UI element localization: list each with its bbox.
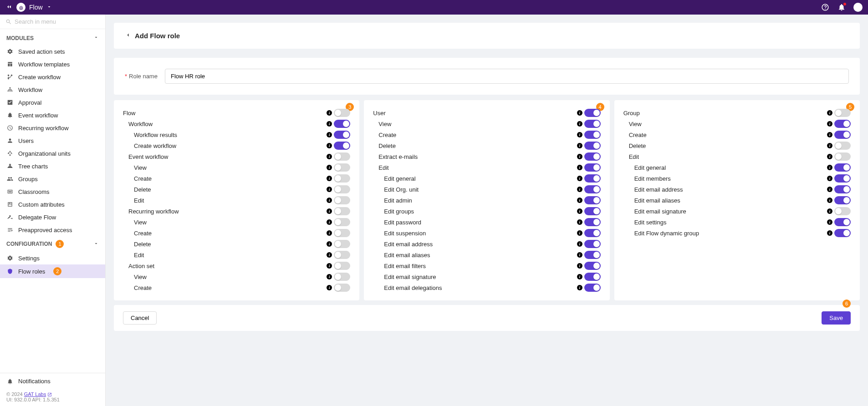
- info-icon[interactable]: i: [827, 121, 832, 127]
- permission-toggle[interactable]: [334, 251, 350, 259]
- sidebar-item-groups[interactable]: Groups: [0, 173, 105, 185]
- permission-toggle[interactable]: [584, 284, 601, 292]
- sidebar-item-workflow[interactable]: Workflow: [0, 83, 105, 96]
- info-icon[interactable]: i: [577, 121, 582, 127]
- info-icon[interactable]: i: [577, 198, 582, 203]
- sidebar-item-approval[interactable]: Approval: [0, 96, 105, 109]
- info-icon[interactable]: i: [577, 132, 582, 137]
- info-icon[interactable]: i: [827, 219, 832, 225]
- info-icon[interactable]: i: [577, 165, 582, 170]
- info-icon[interactable]: i: [577, 208, 582, 214]
- sidebar-item-recurring-workflow[interactable]: Recurring workflow: [0, 122, 105, 134]
- permission-toggle[interactable]: [584, 218, 601, 226]
- sidebar-item-settings[interactable]: Settings: [0, 252, 105, 264]
- permission-toggle[interactable]: [584, 251, 601, 259]
- permission-toggle[interactable]: [834, 142, 851, 150]
- info-icon[interactable]: i: [327, 121, 332, 127]
- info-icon[interactable]: i: [577, 252, 582, 258]
- info-icon[interactable]: i: [577, 274, 582, 279]
- permission-toggle[interactable]: [834, 131, 851, 139]
- permission-toggle[interactable]: [834, 218, 851, 226]
- configuration-section-header[interactable]: CONFIGURATION 1: [0, 236, 105, 252]
- permission-toggle[interactable]: [334, 218, 350, 226]
- cancel-button[interactable]: Cancel: [123, 311, 157, 325]
- sidebar-item-delegate-flow[interactable]: Delegate Flow: [0, 211, 105, 223]
- permission-toggle[interactable]: [834, 185, 851, 193]
- permission-toggle[interactable]: [334, 262, 350, 270]
- copyright-link[interactable]: GAT Labs: [24, 391, 46, 397]
- permission-toggle[interactable]: [584, 174, 601, 183]
- info-icon[interactable]: i: [327, 241, 332, 247]
- permission-toggle[interactable]: [584, 131, 601, 139]
- permission-toggle[interactable]: [584, 109, 601, 117]
- permission-toggle[interactable]: [584, 240, 601, 248]
- sidebar-item-users[interactable]: Users: [0, 134, 105, 147]
- permission-toggle[interactable]: [334, 196, 350, 204]
- info-icon[interactable]: i: [327, 143, 332, 148]
- permission-toggle[interactable]: [334, 163, 350, 172]
- info-icon[interactable]: i: [327, 165, 332, 170]
- sidebar-item-classrooms[interactable]: Classrooms: [0, 185, 105, 198]
- notifications-icon[interactable]: [837, 3, 846, 12]
- info-icon[interactable]: i: [827, 187, 832, 192]
- info-icon[interactable]: i: [827, 110, 832, 116]
- permission-toggle[interactable]: [584, 207, 601, 215]
- permission-toggle[interactable]: [334, 273, 350, 281]
- permission-toggle[interactable]: [584, 273, 601, 281]
- sidebar-item-event-workflow[interactable]: Event workflow: [0, 109, 105, 122]
- save-button[interactable]: Save: [822, 311, 851, 325]
- permission-toggle[interactable]: [834, 163, 851, 172]
- info-icon[interactable]: i: [327, 208, 332, 214]
- modules-section-header[interactable]: MODULES: [0, 31, 105, 45]
- role-name-input[interactable]: [165, 69, 849, 84]
- permission-toggle[interactable]: [834, 207, 851, 215]
- permission-toggle[interactable]: [334, 207, 350, 215]
- sidebar-item-custom-attributes[interactable]: Custom attributes: [0, 198, 105, 211]
- sidebar-item-organizational-units[interactable]: Organizational units: [0, 147, 105, 160]
- permission-toggle[interactable]: [584, 120, 601, 128]
- permission-toggle[interactable]: [834, 152, 851, 161]
- info-icon[interactable]: i: [827, 198, 832, 203]
- info-icon[interactable]: i: [827, 165, 832, 170]
- sidebar-item-flow-roles[interactable]: Flow roles2: [0, 264, 105, 278]
- info-icon[interactable]: i: [577, 285, 582, 290]
- info-icon[interactable]: i: [827, 132, 832, 137]
- info-icon[interactable]: i: [827, 176, 832, 181]
- permission-toggle[interactable]: [334, 131, 350, 139]
- permission-toggle[interactable]: [334, 109, 350, 117]
- sidebar-item-notifications[interactable]: Notifications: [0, 373, 105, 390]
- permission-toggle[interactable]: [584, 152, 601, 161]
- search-input[interactable]: [15, 18, 100, 25]
- info-icon[interactable]: i: [327, 132, 332, 137]
- info-icon[interactable]: i: [577, 154, 582, 159]
- info-icon[interactable]: i: [577, 143, 582, 148]
- info-icon[interactable]: i: [577, 176, 582, 181]
- info-icon[interactable]: i: [827, 143, 832, 148]
- permission-toggle[interactable]: [334, 240, 350, 248]
- info-icon[interactable]: i: [327, 263, 332, 269]
- permission-toggle[interactable]: [334, 284, 350, 292]
- permission-toggle[interactable]: [584, 142, 601, 150]
- sidebar-item-create-workflow[interactable]: Create workflow: [0, 71, 105, 83]
- permission-toggle[interactable]: [334, 120, 350, 128]
- sidebar-item-tree-charts[interactable]: Tree charts: [0, 160, 105, 173]
- help-icon[interactable]: [821, 3, 830, 12]
- sidebar-item-workflow-templates[interactable]: Workflow templates: [0, 58, 105, 71]
- sidebar-collapse-icon[interactable]: [5, 3, 13, 12]
- permission-toggle[interactable]: [334, 229, 350, 237]
- permission-toggle[interactable]: [584, 185, 601, 193]
- info-icon[interactable]: i: [327, 230, 332, 236]
- info-icon[interactable]: i: [827, 230, 832, 236]
- permission-toggle[interactable]: [334, 142, 350, 150]
- info-icon[interactable]: i: [577, 241, 582, 247]
- permission-toggle[interactable]: [834, 109, 851, 117]
- permission-toggle[interactable]: [584, 229, 601, 237]
- info-icon[interactable]: i: [577, 110, 582, 116]
- permission-toggle[interactable]: [334, 185, 350, 193]
- info-icon[interactable]: i: [327, 187, 332, 192]
- user-avatar-icon[interactable]: [853, 3, 863, 12]
- back-icon[interactable]: [125, 32, 131, 40]
- permission-toggle[interactable]: [584, 163, 601, 172]
- permission-toggle[interactable]: [334, 174, 350, 183]
- permission-toggle[interactable]: [834, 174, 851, 183]
